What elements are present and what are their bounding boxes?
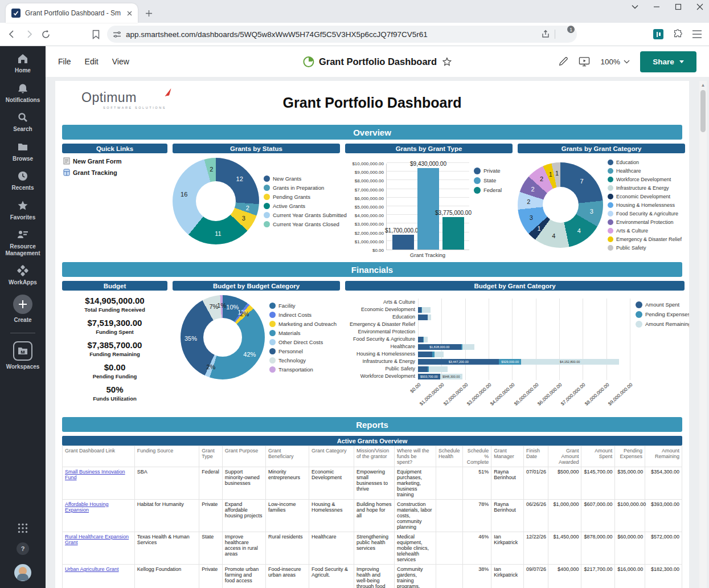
grant-dashboard-link[interactable]: Rural Healthcare Expansion Grant xyxy=(65,534,129,545)
grant-dashboard-link[interactable]: Small Business Innovation Fund xyxy=(65,469,125,480)
back-icon[interactable] xyxy=(7,29,17,39)
bar-segment: $3,447,200.00 xyxy=(418,359,499,365)
legend-label: Indirect Costs xyxy=(278,312,312,318)
document-title: Grant Portfolio Dashboard xyxy=(319,56,437,67)
vertical-scrollbar[interactable]: ▲ xyxy=(699,81,707,588)
url-text[interactable]: app.smartsheet.com/dashboards/5WQ5w8xWwW… xyxy=(126,30,536,39)
pinned-extension-icon[interactable] xyxy=(653,29,663,39)
tab-search-chevron-icon[interactable] xyxy=(632,5,638,9)
scrollbar-thumb[interactable] xyxy=(700,90,706,132)
legend-swatch xyxy=(264,221,270,227)
extensions-puzzle-icon[interactable] xyxy=(673,29,683,39)
legend-item: New Grants xyxy=(264,175,347,182)
user-avatar[interactable] xyxy=(14,564,31,581)
zoom-control[interactable]: 100% xyxy=(600,58,630,66)
legend-swatch xyxy=(269,321,276,327)
sidebar-item-workspaces[interactable]: Workspaces xyxy=(6,341,40,370)
sidebar-item-notifications[interactable]: Notifications xyxy=(6,83,40,104)
edit-pencil-icon[interactable] xyxy=(558,56,568,67)
donut-slice-label: 11 xyxy=(215,230,221,237)
legend-swatch xyxy=(608,236,613,242)
bar-segment xyxy=(424,337,428,342)
bookmark-icon[interactable] xyxy=(92,30,100,39)
legend-label: Workforce Development xyxy=(616,177,671,182)
sidebar-item-workapps[interactable]: WorkApps xyxy=(9,265,37,286)
scroll-up-icon[interactable]: ▲ xyxy=(701,81,706,89)
budget-header: Budget xyxy=(62,281,167,291)
share-caret-icon xyxy=(679,60,684,63)
legend-label: Emergency & Disaster Relief xyxy=(616,236,682,242)
bar-row xyxy=(418,299,630,306)
legend-item: Facility xyxy=(269,303,337,309)
metric-pending-funding: $0.00 Pending Funding xyxy=(62,362,167,379)
tab-close-icon[interactable] xyxy=(127,11,132,16)
legend-swatch xyxy=(636,301,642,308)
y-tick-label: $5,000,000.00 xyxy=(355,205,384,210)
category-label: Infrastructure & Energy xyxy=(345,358,418,365)
bar-row xyxy=(418,321,630,328)
sidebar-divider xyxy=(10,333,35,333)
legend-swatch xyxy=(636,311,642,318)
segment-value-label: $1,828,000.00 xyxy=(429,345,449,349)
metric-funding-remaining: $7,385,700.00 Funding Remaining xyxy=(62,340,167,357)
favorite-star-icon[interactable] xyxy=(442,57,452,67)
donut-slice-label: 12 xyxy=(236,175,243,182)
window-maximize-icon[interactable] xyxy=(675,3,682,10)
bar-segment xyxy=(429,366,447,372)
app-launcher-icon[interactable] xyxy=(18,523,28,533)
legend-swatch xyxy=(608,168,613,174)
bar-row: $933,700.00$948,300.00 xyxy=(418,373,630,380)
section-banner-financials: Financials xyxy=(62,262,682,277)
quick-link-grant-tracking[interactable]: Grant Tracking xyxy=(63,169,167,176)
menu-file[interactable]: File xyxy=(58,57,71,66)
section-banner-overview: Overview xyxy=(62,125,682,140)
window-minimize-icon[interactable] xyxy=(653,3,660,10)
grant-dashboard-link[interactable]: Affordable Housing Expansion xyxy=(65,501,108,513)
share-page-icon[interactable] xyxy=(541,30,550,39)
budget-by-grant-category-panel: Budget by Grant Category Arts & CultureE… xyxy=(345,281,685,413)
menu-view[interactable]: View xyxy=(112,57,129,66)
x-axis-ticks: $0.00$1,000,000.00$2,000,000.00$3,000,00… xyxy=(418,380,630,413)
bar-segment xyxy=(418,352,432,357)
sidebar-item-browse[interactable]: Browse xyxy=(13,141,33,162)
menu-edit[interactable]: Edit xyxy=(85,57,99,66)
sidebar-item-resource-management[interactable]: Resource Management xyxy=(0,229,46,256)
quick-link-new-grant-form[interactable]: New Grant Form xyxy=(63,157,167,165)
present-icon[interactable] xyxy=(579,56,590,67)
grant-dashboard-link[interactable]: Urban Agriculture Grant xyxy=(65,566,119,572)
browser-menu-icon[interactable] xyxy=(692,30,702,38)
y-tick-label: $9,000,000.00 xyxy=(355,170,384,175)
legend-swatch xyxy=(269,330,276,336)
legend-item: Healthcare xyxy=(608,168,682,174)
bar-value-label: $3,775,000.00 xyxy=(435,210,472,216)
legend-item: Grants in Preparation xyxy=(264,185,347,191)
browser-tab[interactable]: Grant Portfolio Dashboard - Sm xyxy=(6,3,138,23)
sidebar-item-create[interactable]: Create xyxy=(13,295,32,324)
legend-item: Technology xyxy=(269,357,337,364)
sidebar-item-search[interactable]: Search xyxy=(13,112,32,133)
chevron-down-icon xyxy=(624,60,630,64)
donut-slice-label: 4 xyxy=(577,227,581,234)
legend-label: Pending Grants xyxy=(273,194,310,200)
column-header: Grant Amount Awarded xyxy=(548,446,581,467)
brave-shield-icon[interactable]: 1 xyxy=(560,28,571,40)
forward-icon[interactable] xyxy=(24,29,34,39)
y-tick-label: $7,000,000.00 xyxy=(355,187,384,192)
bar-value-label: $9,430,000.00 xyxy=(410,161,446,167)
reload-icon[interactable] xyxy=(41,30,51,39)
quick-links-panel: Quick Links New Grant Form Grant Trackin… xyxy=(62,144,167,176)
table-row: Rural Healthcare Expansion GrantTexas He… xyxy=(63,532,682,565)
site-settings-icon[interactable] xyxy=(113,31,121,38)
y-tick-label: $10,000,000.00 xyxy=(352,161,384,166)
share-button[interactable]: Share xyxy=(640,51,696,72)
sidebar-item-recents[interactable]: Recents xyxy=(12,170,34,191)
address-bar[interactable]: app.smartsheet.com/dashboards/5WQ5w8xWwW… xyxy=(107,26,577,43)
new-tab-button[interactable] xyxy=(141,6,156,21)
dashboard-canvas: Optimum SOFTWARE SOLUTIONS Grant Portfol… xyxy=(55,81,689,588)
segment-value-label: $948,300.00 xyxy=(442,375,460,378)
window-close-icon[interactable] xyxy=(696,3,703,10)
sidebar-item-home[interactable]: Home xyxy=(15,53,31,74)
help-icon[interactable]: ? xyxy=(17,542,29,555)
browser-url-bar: app.smartsheet.com/dashboards/5WQ5w8xWwW… xyxy=(0,23,709,46)
sidebar-item-favorites[interactable]: Favorites xyxy=(10,200,35,221)
